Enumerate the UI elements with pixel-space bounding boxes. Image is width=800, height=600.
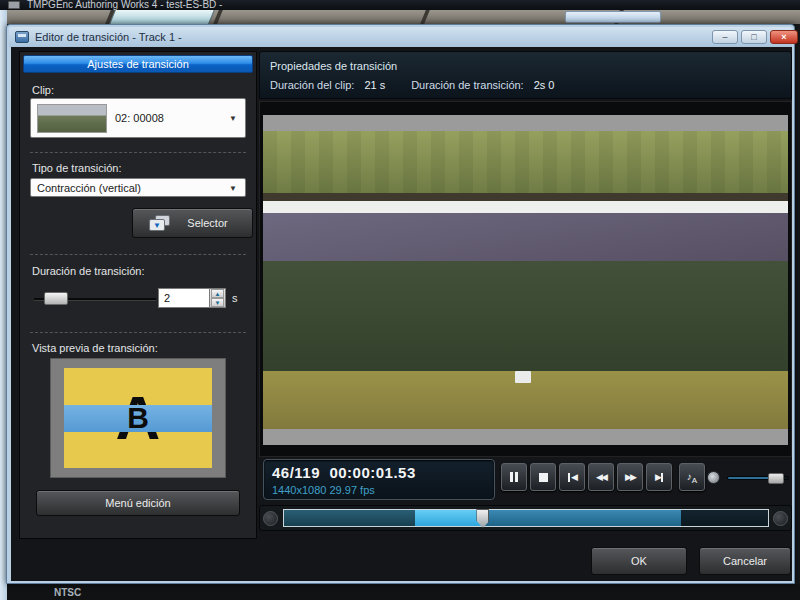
- divider: [30, 152, 246, 153]
- close-button[interactable]: ×: [770, 30, 798, 44]
- audio-toggle-button[interactable]: ♪A: [679, 463, 705, 491]
- video-clip-b-mountain: [263, 213, 788, 261]
- properties-values: Duración del clip:21 sDuración de transi…: [270, 79, 554, 91]
- spinner-up-icon[interactable]: ▲: [211, 289, 224, 298]
- chevron-down-icon: ▼: [229, 184, 237, 193]
- transition-duration-value: 2s 0: [534, 79, 555, 91]
- seek-bar[interactable]: [283, 509, 769, 527]
- volume-handle[interactable]: [768, 473, 784, 484]
- clip-thumbnail: [37, 104, 107, 133]
- minimize-button[interactable]: –: [712, 30, 738, 44]
- dialog-client-area: Ajustes de transición Clip: 02: 00008 ▼ …: [11, 47, 792, 581]
- duration-spinner: ▲ ▼: [210, 288, 226, 308]
- preview-letter-b: B: [127, 401, 149, 434]
- seek-bar-row: [259, 505, 792, 531]
- step-forward-button[interactable]: ▶: [646, 463, 672, 491]
- app-tab-bar[interactable]: [0, 10, 800, 24]
- clip-dropdown-value: 02: 00008: [115, 112, 164, 124]
- settings-panel-header: Ajustes de transición: [23, 55, 253, 73]
- video-preview-zone: [259, 101, 792, 457]
- frame-counter: 46/119: [272, 464, 320, 481]
- tab-divider: [420, 10, 430, 24]
- spinner-down-icon[interactable]: ▼: [211, 298, 224, 307]
- divider: [30, 332, 246, 333]
- stop-icon: [539, 473, 548, 482]
- properties-header: Propiedades de transición Duración del c…: [259, 51, 792, 99]
- transition-type-value: Contracción (vertical): [37, 182, 141, 194]
- video-clip-b-hillside: [263, 261, 788, 371]
- video-frame: [263, 115, 788, 445]
- app-icon: [8, 1, 20, 9]
- seek-segment-remaining: [482, 510, 680, 526]
- transition-type-label: Tipo de transición:: [32, 162, 121, 174]
- dialog-title: Editor de transición - Track 1 -: [35, 31, 182, 43]
- toolbar-light-button[interactable]: [565, 11, 661, 23]
- seek-end-button[interactable]: [773, 511, 788, 526]
- timecode-main: 46/119 00:00:01.53: [272, 464, 416, 481]
- duration-slider-handle[interactable]: [44, 292, 68, 305]
- divider: [30, 254, 246, 255]
- edit-menu-button[interactable]: Menú edición: [36, 490, 240, 516]
- selector-button[interactable]: ▼ Selector: [132, 208, 253, 238]
- properties-title: Propiedades de transición: [270, 60, 397, 72]
- timecode-display: 46/119 00:00:01.53 1440x1080 29.97 fps: [263, 459, 495, 500]
- seek-segment-end: [681, 510, 768, 526]
- transition-editor-dialog: Editor de transición - Track 1 - – □ × A…: [6, 24, 795, 584]
- properties-panel: Propiedades de transición Duración del c…: [259, 51, 792, 543]
- clip-dropdown[interactable]: 02: 00008 ▼: [30, 98, 246, 138]
- clip-duration-value: 21 s: [364, 79, 385, 91]
- clip-label: Clip:: [32, 84, 54, 96]
- video-waterfall-detail: [515, 371, 531, 383]
- transition-preview: A B: [64, 368, 212, 468]
- selector-button-label: Selector: [187, 217, 227, 229]
- dialog-icon: [15, 31, 29, 43]
- chevron-down-icon: ▼: [229, 114, 237, 123]
- video-standard-label: NTSC: [54, 587, 81, 598]
- transition-type-dropdown[interactable]: Contracción (vertical) ▼: [30, 178, 246, 197]
- preview-blue-band: B: [64, 405, 212, 432]
- cancel-button[interactable]: Cancelar: [699, 547, 791, 575]
- dialog-title-bar[interactable]: Editor de transición - Track 1 - – □ ×: [9, 27, 792, 47]
- tab-divider: [213, 10, 223, 24]
- stop-button[interactable]: [530, 463, 556, 491]
- clip-duration-label: Duración del clip:: [270, 79, 354, 91]
- maximize-button[interactable]: □: [741, 30, 767, 44]
- seek-segment-played: [284, 510, 415, 526]
- duration-input[interactable]: 2: [158, 288, 210, 308]
- video-clip-a-top: [263, 131, 788, 193]
- app-status-bar: NTSC: [7, 584, 800, 600]
- ok-button[interactable]: OK: [591, 547, 687, 575]
- tab-active[interactable]: [109, 10, 215, 24]
- step-back-button[interactable]: ◀: [559, 463, 585, 491]
- seek-start-button[interactable]: [263, 511, 278, 526]
- settings-panel: Ajustes de transición Clip: 02: 00008 ▼ …: [19, 51, 257, 539]
- seek-segment-transition: [415, 510, 483, 526]
- transition-duration-label: Duración de transición:: [411, 79, 524, 91]
- app-title: TMPGEnc Authoring Works 4 - test-ES-BD -: [27, 0, 222, 10]
- duration-label: Duración de transición:: [32, 265, 145, 277]
- playback-controls-row: 46/119 00:00:01.53 1440x1080 29.97 fps ◀…: [259, 459, 792, 503]
- pause-button[interactable]: [501, 463, 527, 491]
- selector-windows-icon: ▼: [149, 215, 171, 231]
- volume-fill: [728, 477, 770, 479]
- duration-unit-label: s: [232, 292, 238, 304]
- speaker-icon[interactable]: [707, 471, 720, 484]
- rewind-button[interactable]: ◀◀: [588, 463, 614, 491]
- preview-label: Vista previa de transición:: [32, 342, 158, 354]
- video-rock-band: [263, 193, 788, 201]
- note-a-label: A: [692, 476, 697, 485]
- transition-preview-frame: A B: [50, 358, 226, 478]
- fast-forward-button[interactable]: ▶▶: [617, 463, 643, 491]
- timecode-value: 00:00:01.53: [329, 464, 415, 481]
- app-title-bar: TMPGEnc Authoring Works 4 - test-ES-BD -: [0, 0, 800, 10]
- format-info: 1440x1080 29.97 fps: [272, 484, 375, 496]
- volume-slider[interactable]: [727, 476, 789, 480]
- video-clip-b-sky: [263, 201, 788, 213]
